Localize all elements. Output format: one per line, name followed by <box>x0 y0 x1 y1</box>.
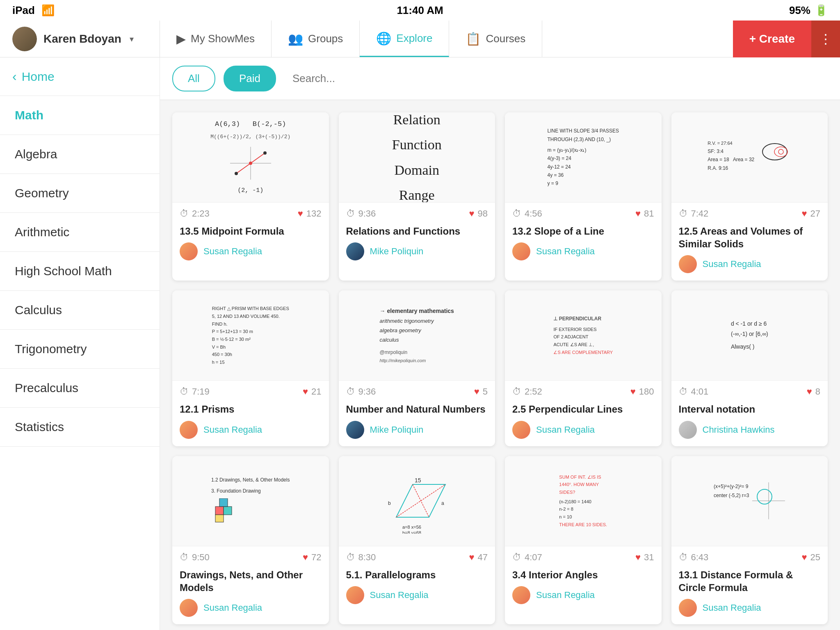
clock-icon: ⏱ <box>346 208 355 219</box>
card-1[interactable]: A(6,3) B(-2,-5) M((6+(-2))/2, (3+(-5))/2… <box>172 112 329 281</box>
card-2-thumbnail: Relation Function Domain Range <box>339 112 495 203</box>
top-nav: Karen Bdoyan ▾ ▶ My ShowMes 👥 Groups 🌐 E… <box>0 21 840 57</box>
svg-rect-11 <box>219 498 228 507</box>
user-dropdown-icon[interactable]: ▾ <box>130 34 134 44</box>
svg-text:a: a <box>441 500 444 506</box>
username: Karen Bdoyan <box>43 32 121 46</box>
card-7[interactable]: ⊥ PERPENDICULAR IF EXTERIOR SIDES OF 2 A… <box>505 290 662 446</box>
card-4-title: 12.5 Areas and Volumes of Similar Solids <box>671 221 828 255</box>
heart-icon: ♥ <box>298 208 303 219</box>
sidebar-back[interactable]: ‹ Home <box>0 57 160 96</box>
sidebar-item-statistics[interactable]: Statistics <box>0 408 160 447</box>
author-avatar <box>512 242 530 260</box>
sidebar-item-precalculus[interactable]: Precalculus <box>0 369 160 408</box>
author-avatar <box>679 599 697 617</box>
nav-myshowmes[interactable]: ▶ My ShowMes <box>160 21 272 57</box>
card-6-thumbnail: → elementary mathematics arithmetic trig… <box>339 290 495 381</box>
clock-icon: ⏱ <box>180 552 189 563</box>
svg-text:a=8  x=56: a=8 x=56 <box>402 525 421 530</box>
sidebar: ‹ Home Math Algebra Geometry Arithmetic … <box>0 57 160 630</box>
sidebar-item-math[interactable]: Math <box>0 96 160 135</box>
card-5-title: 12.1 Prisms <box>172 399 329 420</box>
filter-all-button[interactable]: All <box>172 66 215 91</box>
explore-icon: 🌐 <box>376 31 391 46</box>
author-avatar <box>346 586 364 604</box>
card-11-title: 3.4 Interior Angles <box>505 565 662 586</box>
nav-explore-label: Explore <box>396 32 432 45</box>
sidebar-item-calculus[interactable]: Calculus <box>0 291 160 330</box>
card-8-meta: ⏱ 4:01 ♥ 8 <box>671 381 828 399</box>
card-4[interactable]: R.V. = 27:64 SF: 3:4 Area = 18 Area = 32… <box>671 112 828 281</box>
svg-text:15: 15 <box>415 477 421 484</box>
more-icon: ⋮ <box>819 31 832 47</box>
svg-rect-10 <box>224 507 232 515</box>
svg-rect-12 <box>215 515 224 522</box>
sidebar-item-high-school-math[interactable]: High School Math <box>0 252 160 291</box>
user-section[interactable]: Karen Bdoyan ▾ <box>0 21 160 57</box>
nav-courses[interactable]: 📋 Courses <box>449 21 542 57</box>
card-8-thumbnail: d < -1 or d ≥ 6 (-∞,-1) or [6,∞) Always(… <box>671 290 828 381</box>
sidebar-item-geometry[interactable]: Geometry <box>0 174 160 213</box>
card-9-title: Drawings, Nets, and Other Models <box>172 565 329 599</box>
heart-icon: ♥ <box>303 386 308 397</box>
filter-paid-button[interactable]: Paid <box>224 66 276 91</box>
author-avatar <box>180 599 198 617</box>
svg-point-3 <box>235 172 238 175</box>
card-7-author: Susan Regalia <box>505 421 662 446</box>
content-area: All Paid A(6,3) B(-2,-5) M((6+(-2))/2, (… <box>160 57 840 630</box>
device-label: iPad <box>12 4 35 17</box>
card-6[interactable]: → elementary mathematics arithmetic trig… <box>339 290 495 446</box>
card-9-thumbnail: 1.2 Drawings, Nets, & Other Models 3. Fo… <box>172 456 329 546</box>
author-avatar <box>679 255 697 273</box>
battery-icon: 🔋 <box>815 4 828 17</box>
card-11[interactable]: SUM OF INT. ∠IS IS 1440°. HOW MANY SIDES… <box>505 456 662 624</box>
more-button[interactable]: ⋮ <box>811 21 840 57</box>
card-12-title: 13.1 Distance Formula & Circle Formula <box>671 565 828 599</box>
card-4-meta: ⏱ 7:42 ♥ 27 <box>671 203 828 221</box>
clock-icon: ⏱ <box>512 208 521 219</box>
card-10-author: Susan Regalia <box>339 586 495 612</box>
clock-icon: ⏱ <box>346 552 355 563</box>
card-6-title: Number and Natural Numbers <box>339 399 495 420</box>
card-8[interactable]: d < -1 or d ≥ 6 (-∞,-1) or [6,∞) Always(… <box>671 290 828 446</box>
author-avatar <box>180 242 198 260</box>
card-1-meta: ⏱ 2:23 ♥ 132 <box>172 203 329 221</box>
card-5[interactable]: RIGHT △ PRISM WITH BASE EDGES 5, 12 AND … <box>172 290 329 446</box>
card-12[interactable]: (x+5)²+(y-2)²= 9 center (-5,2) r=3 ⏱ 6 <box>671 456 828 624</box>
status-bar: iPad 📶 11:40 AM 95% 🔋 <box>0 0 840 21</box>
card-2-author: Mike Poliquin <box>339 242 495 268</box>
create-button[interactable]: + Create <box>733 21 811 57</box>
card-3[interactable]: LINE WITH SLOPE 3/4 PASSES THROUGH (2,3)… <box>505 112 662 281</box>
filter-bar: All Paid <box>160 57 840 100</box>
sidebar-item-trigonometry[interactable]: Trigonometry <box>0 330 160 369</box>
card-10[interactable]: 15 b a a=8 x=56 b=8 y=68 ⏱ 8:30 <box>339 456 495 624</box>
clock-icon: ⏱ <box>679 386 688 397</box>
card-12-thumbnail: (x+5)²+(y-2)²= 9 center (-5,2) r=3 <box>671 456 828 546</box>
nav-courses-label: Courses <box>486 32 525 45</box>
search-input[interactable] <box>284 66 828 91</box>
card-12-meta: ⏱ 6:43 ♥ 25 <box>671 546 828 565</box>
card-4-author: Susan Regalia <box>671 255 828 281</box>
card-8-author: Christina Hawkins <box>671 421 828 446</box>
nav-groups[interactable]: 👥 Groups <box>272 21 360 57</box>
clock-icon: ⏱ <box>679 208 688 219</box>
card-9[interactable]: 1.2 Drawings, Nets, & Other Models 3. Fo… <box>172 456 329 624</box>
card-9-author: Susan Regalia <box>172 599 329 624</box>
svg-point-8 <box>778 149 783 154</box>
card-9-meta: ⏱ 9:50 ♥ 72 <box>172 546 329 565</box>
author-avatar <box>512 586 530 604</box>
card-7-thumbnail: ⊥ PERPENDICULAR IF EXTERIOR SIDES OF 2 A… <box>505 290 662 381</box>
svg-point-4 <box>263 151 267 155</box>
heart-icon: ♥ <box>303 552 308 563</box>
nav-explore[interactable]: 🌐 Explore <box>360 21 449 57</box>
sidebar-item-algebra[interactable]: Algebra <box>0 135 160 174</box>
heart-icon: ♥ <box>635 552 641 563</box>
sidebar-item-arithmetic[interactable]: Arithmetic <box>0 213 160 252</box>
card-11-thumbnail: SUM OF INT. ∠IS IS 1440°. HOW MANY SIDES… <box>505 456 662 546</box>
card-10-title: 5.1. Parallelograms <box>339 565 495 586</box>
heart-icon: ♥ <box>474 386 479 397</box>
author-avatar <box>512 421 530 439</box>
courses-icon: 📋 <box>466 32 481 46</box>
card-2[interactable]: Relation Function Domain Range ⏱ 9:36 ♥ … <box>339 112 495 281</box>
heart-icon: ♥ <box>807 386 812 397</box>
